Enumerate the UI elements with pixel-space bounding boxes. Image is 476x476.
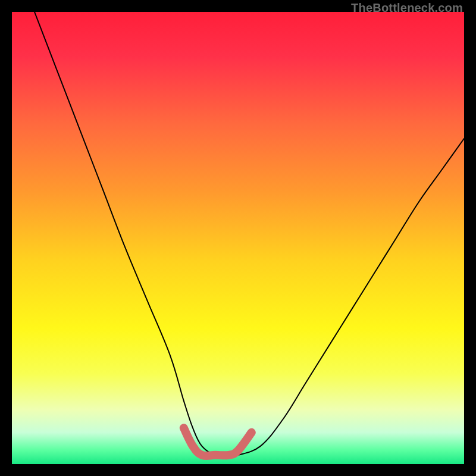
bottleneck-curve <box>35 12 464 456</box>
watermark-text: TheBottleneck.com <box>351 1 463 15</box>
chart-frame: TheBottleneck.com <box>0 0 476 476</box>
curve-layer <box>12 12 464 464</box>
plot-area <box>12 12 464 464</box>
